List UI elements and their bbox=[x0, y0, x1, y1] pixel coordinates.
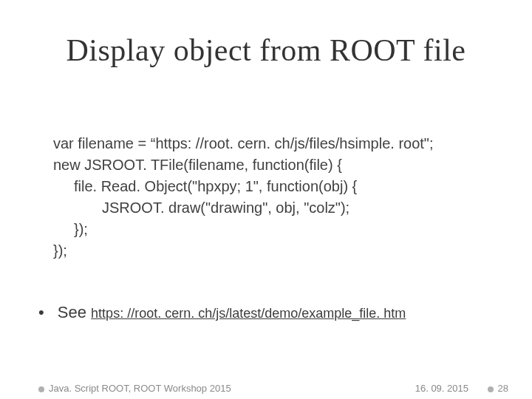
footer-page: 28 bbox=[488, 383, 508, 394]
code-line: file. Read. Object("hpxpy; 1", function(… bbox=[53, 176, 482, 197]
bullet-icon: • bbox=[38, 303, 44, 321]
code-line: JSROOT. draw("drawing", obj, "colz"); bbox=[53, 197, 482, 219]
code-line: }); bbox=[53, 219, 482, 240]
footer-left: Java. Script ROOT, ROOT Workshop 2015 bbox=[38, 383, 231, 394]
see-label: See bbox=[58, 303, 86, 321]
see-row: • See https: //root. cern. ch/js/latest/… bbox=[38, 303, 406, 322]
footer-date-text: 16. 09. 2015 bbox=[415, 383, 468, 394]
footer-page-number: 28 bbox=[498, 383, 508, 394]
dot-icon bbox=[38, 386, 44, 392]
footer-date: 16. 09. 2015 bbox=[415, 383, 468, 394]
slide: Display object from ROOT file var filena… bbox=[0, 0, 532, 399]
slide-title: Display object from ROOT file bbox=[0, 33, 532, 68]
see-link[interactable]: https: //root. cern. ch/js/latest/demo/e… bbox=[91, 306, 406, 321]
footer-left-text: Java. Script ROOT, ROOT Workshop 2015 bbox=[49, 383, 231, 394]
code-line: new JSROOT. TFile(filename, function(fil… bbox=[53, 154, 482, 176]
code-line: var filename = “https: //root. cern. ch/… bbox=[53, 133, 482, 154]
dot-icon bbox=[488, 386, 494, 392]
code-line: }); bbox=[53, 240, 482, 262]
code-block: var filename = “https: //root. cern. ch/… bbox=[53, 133, 482, 262]
